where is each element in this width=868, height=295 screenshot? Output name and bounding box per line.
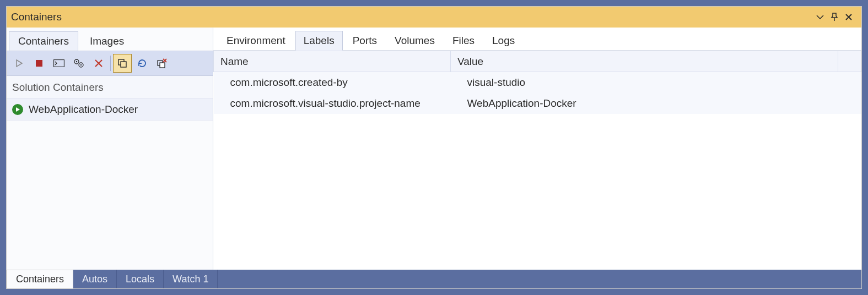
pin-icon: [831, 13, 838, 21]
refresh-button[interactable]: [133, 54, 152, 73]
section-header-solution-containers: Solution Containers: [7, 76, 213, 99]
svg-rect-0: [36, 60, 42, 67]
chevron-down-icon: [816, 13, 824, 21]
container-name: WebApplication-Docker: [29, 103, 138, 116]
labels-table: Name Value com.microsoft.created-by visu…: [213, 51, 861, 114]
column-header-name[interactable]: Name: [214, 51, 451, 72]
copy-button[interactable]: [113, 54, 132, 73]
pin-button[interactable]: [827, 10, 842, 24]
bottom-tab-locals[interactable]: Locals: [117, 270, 164, 288]
svg-rect-7: [121, 62, 126, 67]
tab-files[interactable]: Files: [445, 31, 482, 50]
right-panel: Environment Labels Ports Volumes Files L…: [213, 28, 861, 270]
toolbar-separator: [110, 56, 111, 71]
label-value-cell: visual-studio: [451, 72, 838, 93]
label-name-cell: com.microsoft.visual-studio.project-name: [214, 93, 451, 114]
container-list: WebApplication-Docker: [7, 99, 213, 270]
bottom-tab-watch1[interactable]: Watch 1: [164, 270, 218, 288]
left-panel: Containers Images: [7, 28, 213, 270]
container-row[interactable]: WebApplication-Docker: [7, 99, 213, 121]
window-title: Containers: [11, 11, 62, 23]
detail-tabs: Environment Labels Ports Volumes Files L…: [213, 28, 861, 51]
terminal-icon: [53, 59, 64, 67]
tab-ports[interactable]: Ports: [345, 31, 385, 50]
svg-point-5: [80, 64, 82, 65]
containers-tool-window: Containers Containers Images: [6, 6, 862, 289]
running-status-icon: [12, 104, 23, 115]
terminal-button[interactable]: [50, 54, 68, 73]
delete-button[interactable]: [89, 54, 108, 73]
copy-icon: [117, 58, 127, 68]
left-tabs: Containers Images: [7, 28, 213, 51]
remove-container-button[interactable]: [153, 54, 171, 73]
close-button[interactable]: [842, 10, 856, 24]
delete-x-icon: [94, 59, 103, 68]
bottom-tab-containers[interactable]: Containers: [7, 270, 73, 288]
remove-container-icon: [157, 58, 168, 68]
bottom-tool-tabs: Containers Autos Locals Watch 1: [7, 270, 861, 288]
column-header-value[interactable]: Value: [451, 51, 838, 72]
tab-logs[interactable]: Logs: [484, 31, 522, 50]
svg-point-3: [76, 61, 77, 62]
table-row[interactable]: com.microsoft.visual-studio.project-name…: [214, 93, 861, 114]
settings-gear-icon: [73, 58, 84, 68]
tab-containers[interactable]: Containers: [9, 31, 78, 51]
refresh-icon: [137, 58, 147, 68]
bottom-tab-autos[interactable]: Autos: [73, 270, 117, 288]
start-button[interactable]: [10, 54, 29, 73]
label-value-cell: WebApplication-Docker: [451, 93, 838, 114]
table-row[interactable]: com.microsoft.created-by visual-studio: [214, 72, 861, 93]
settings-button[interactable]: [69, 54, 88, 73]
tab-images[interactable]: Images: [80, 31, 133, 51]
container-toolbar: [7, 51, 213, 76]
svg-rect-1: [54, 60, 64, 67]
stop-button[interactable]: [30, 54, 48, 73]
labels-table-wrap: Name Value com.microsoft.created-by visu…: [213, 51, 861, 270]
svg-rect-9: [160, 63, 165, 68]
label-name-cell: com.microsoft.created-by: [214, 72, 451, 93]
column-header-scroll: [838, 51, 861, 72]
tab-environment[interactable]: Environment: [219, 31, 293, 50]
stop-icon: [35, 59, 43, 67]
close-icon: [845, 13, 853, 21]
tab-volumes[interactable]: Volumes: [387, 31, 443, 50]
start-icon: [15, 59, 24, 68]
window-options-dropdown[interactable]: [813, 10, 827, 24]
titlebar: Containers: [7, 7, 861, 28]
tab-labels[interactable]: Labels: [295, 31, 343, 51]
